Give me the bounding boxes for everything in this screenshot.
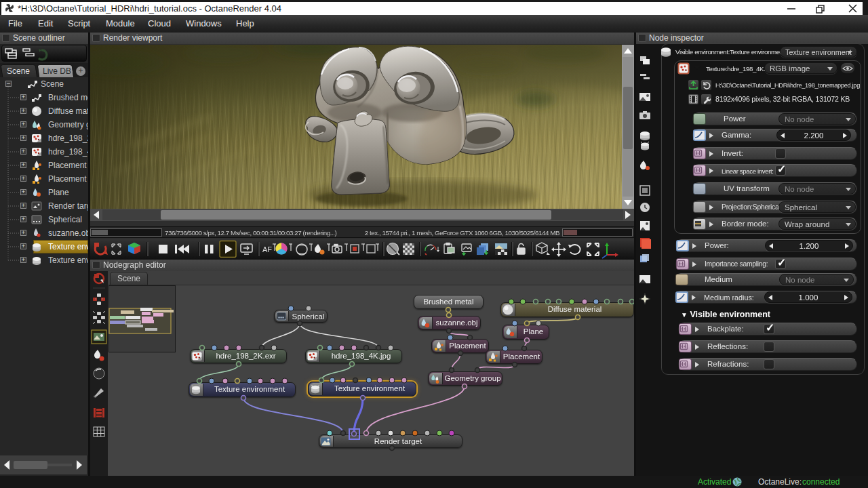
svg-text:AF: AF [262,245,272,253]
